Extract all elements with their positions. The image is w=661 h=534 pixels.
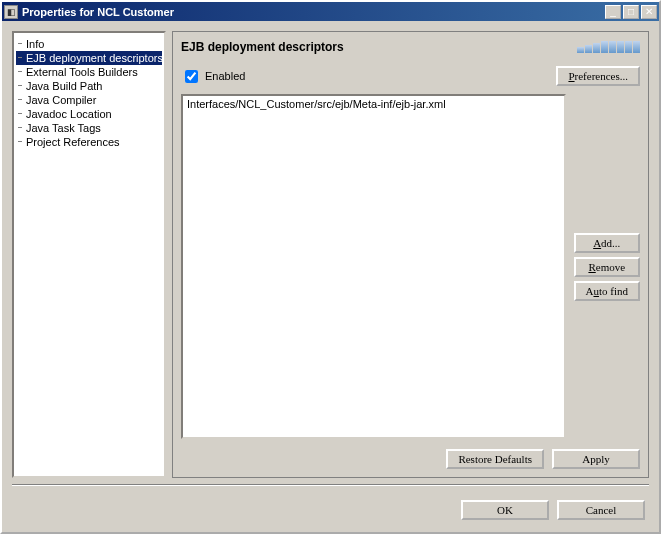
window-title: Properties for NCL Customer (22, 6, 605, 18)
header-decoration (577, 41, 640, 53)
ok-button[interactable]: OK (461, 500, 549, 520)
close-button[interactable]: ✕ (641, 5, 657, 19)
client-area: InfoEJB deployment descriptorsExternal T… (2, 21, 659, 532)
separator (12, 484, 649, 486)
tree-item-java-task-tags[interactable]: Java Task Tags (16, 121, 162, 135)
title-bar: ◧ Properties for NCL Customer _ □ ✕ (2, 2, 659, 21)
panel-header: EJB deployment descriptors (181, 40, 640, 54)
category-tree[interactable]: InfoEJB deployment descriptorsExternal T… (12, 31, 166, 478)
list-item[interactable]: Interfaces/NCL_Customer/src/ejb/Meta-inf… (185, 98, 562, 110)
descriptor-row: Interfaces/NCL_Customer/src/ejb/Meta-inf… (181, 94, 640, 439)
cancel-button[interactable]: Cancel (557, 500, 645, 520)
enabled-row: Enabled Preferences... (181, 66, 640, 86)
restore-defaults-button[interactable]: Restore Defaults (446, 449, 544, 469)
descriptor-buttons: Add... Remove Auto find (574, 94, 640, 439)
panel-title: EJB deployment descriptors (181, 40, 577, 54)
window-controls: _ □ ✕ (605, 5, 657, 19)
autofind-button[interactable]: Auto find (574, 281, 640, 301)
tree-item-ejb-deployment-descriptors[interactable]: EJB deployment descriptors (16, 51, 162, 65)
tree-item-external-tools-builders[interactable]: External Tools Builders (16, 65, 162, 79)
apply-button[interactable]: Apply (552, 449, 640, 469)
preferences-button[interactable]: Preferences... (556, 66, 640, 86)
properties-dialog: ◧ Properties for NCL Customer _ □ ✕ Info… (0, 0, 661, 534)
add-button[interactable]: Add... (574, 233, 640, 253)
enabled-checkbox[interactable] (185, 70, 198, 83)
tree-item-info[interactable]: Info (16, 37, 162, 51)
tree-item-java-build-path[interactable]: Java Build Path (16, 79, 162, 93)
maximize-button[interactable]: □ (623, 5, 639, 19)
descriptor-list[interactable]: Interfaces/NCL_Customer/src/ejb/Meta-inf… (181, 94, 566, 439)
app-icon: ◧ (4, 5, 18, 19)
dialog-footer-buttons: OK Cancel (12, 492, 649, 522)
enabled-checkbox-label[interactable]: Enabled (181, 67, 245, 86)
tree-item-java-compiler[interactable]: Java Compiler (16, 93, 162, 107)
minimize-button[interactable]: _ (605, 5, 621, 19)
enabled-text: Enabled (205, 70, 245, 82)
remove-button[interactable]: Remove (574, 257, 640, 277)
details-panel: EJB deployment descriptors (172, 31, 649, 478)
panel-footer-buttons: Restore Defaults Apply (181, 449, 640, 469)
tree-item-javadoc-location[interactable]: Javadoc Location (16, 107, 162, 121)
main-split: InfoEJB deployment descriptorsExternal T… (12, 31, 649, 478)
tree-item-project-references[interactable]: Project References (16, 135, 162, 149)
